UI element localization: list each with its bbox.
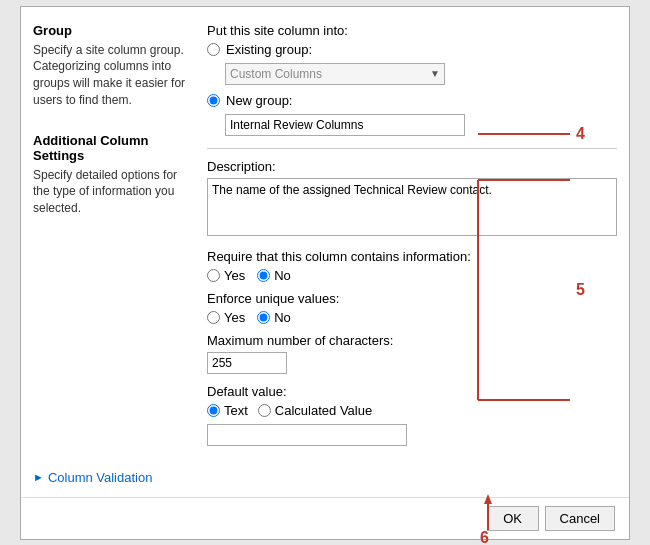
column-validation-label: Column Validation bbox=[48, 470, 153, 485]
default-calculated-radio[interactable] bbox=[258, 404, 271, 417]
ok-button[interactable]: OK bbox=[487, 506, 539, 531]
default-text-label[interactable]: Text bbox=[207, 403, 248, 418]
group-section-desc: Specify a site column group. Categorizin… bbox=[33, 42, 191, 109]
new-group-label: New group: bbox=[226, 93, 292, 108]
additional-section-title: Additional Column Settings bbox=[33, 133, 191, 163]
max-chars-input[interactable] bbox=[207, 352, 287, 374]
require-label: Require that this column contains inform… bbox=[207, 249, 617, 264]
require-yes-radio[interactable] bbox=[207, 269, 220, 282]
max-chars-label: Maximum number of characters: bbox=[207, 333, 617, 348]
default-value-input[interactable] bbox=[207, 424, 407, 446]
enforce-yes-radio[interactable] bbox=[207, 311, 220, 324]
existing-group-value: Custom Columns bbox=[230, 67, 322, 81]
description-label: Description: bbox=[207, 159, 617, 174]
enforce-label: Enforce unique values: bbox=[207, 291, 617, 306]
enforce-yes-label[interactable]: Yes bbox=[207, 310, 245, 325]
require-yes-label[interactable]: Yes bbox=[207, 268, 245, 283]
default-label: Default value: bbox=[207, 384, 617, 399]
new-group-radio[interactable] bbox=[207, 94, 220, 107]
existing-group-radio[interactable] bbox=[207, 43, 220, 56]
description-textarea[interactable]: The name of the assigned Technical Revie… bbox=[207, 178, 617, 236]
put-into-label: Put this site column into: bbox=[207, 23, 617, 38]
enforce-no-label[interactable]: No bbox=[257, 310, 291, 325]
group-section-title: Group bbox=[33, 23, 191, 38]
dropdown-arrow-icon: ▼ bbox=[430, 68, 440, 79]
default-text-radio[interactable] bbox=[207, 404, 220, 417]
additional-section-desc: Specify detailed options for the type of… bbox=[33, 167, 191, 217]
new-group-input[interactable] bbox=[225, 114, 465, 136]
column-validation-link[interactable]: ► Column Validation bbox=[21, 458, 629, 497]
cancel-button[interactable]: Cancel bbox=[545, 506, 615, 531]
existing-group-label: Existing group: bbox=[226, 42, 312, 57]
dialog-footer: OK Cancel bbox=[21, 497, 629, 539]
default-calculated-label[interactable]: Calculated Value bbox=[258, 403, 372, 418]
existing-group-dropdown[interactable]: Custom Columns ▼ bbox=[225, 63, 445, 85]
chevron-right-icon: ► bbox=[33, 471, 44, 483]
require-no-radio[interactable] bbox=[257, 269, 270, 282]
require-no-label[interactable]: No bbox=[257, 268, 291, 283]
enforce-no-radio[interactable] bbox=[257, 311, 270, 324]
